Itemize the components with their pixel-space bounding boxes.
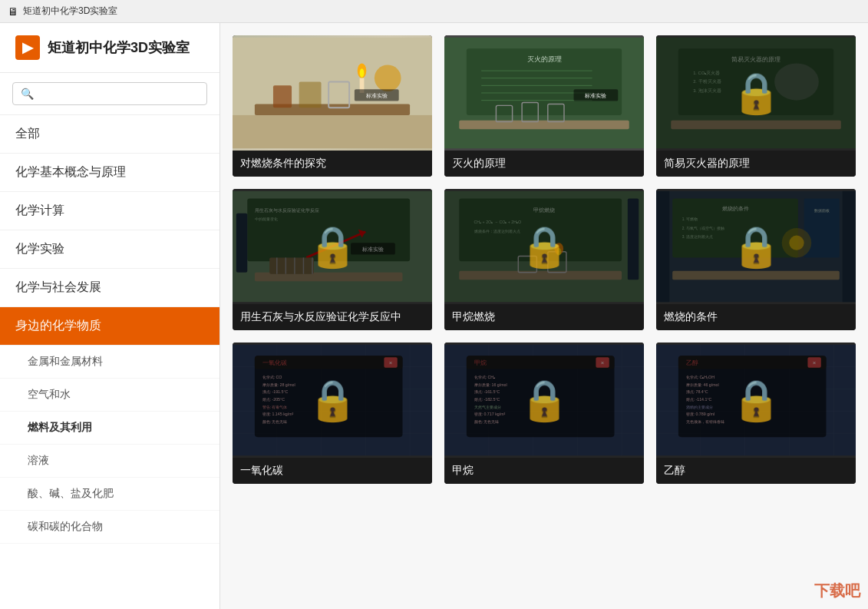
lock-icon-9: 🔒 <box>731 377 781 424</box>
card-title-8: 甲烷 <box>444 458 644 484</box>
lock-icon-6: 🔒 <box>731 223 781 270</box>
lock-icon-7: 🔒 <box>308 377 358 424</box>
lock-icon-5: 🔒 <box>520 223 569 270</box>
sidebar-sub-acid[interactable]: 酸、碱、盐及化肥 <box>0 478 219 511</box>
card-extinguisher[interactable]: 简易灭火器的原理 1. CO₂灭火器 2. 干粉灭火器 3. 泡沫灭火器 🔒 <box>656 35 856 177</box>
brand-title: 矩道初中化学3D实验室 <box>48 38 190 57</box>
card-combustion[interactable]: 标准实验 对燃烧条件的探究 <box>233 35 432 177</box>
svg-rect-22 <box>522 103 538 122</box>
main-container: ▶ 矩道初中化学3D实验室 🔍 全部 化学基本概念与原理 化学计算 化学实验 化… <box>0 23 868 609</box>
card-thumb-3: 简易灭火器的原理 1. CO₂灭火器 2. 干粉灭火器 3. 泡沫灭火器 🔒 <box>656 35 856 151</box>
sidebar-item-society[interactable]: 化学与社会发展 <box>0 269 219 307</box>
card-thumb-6: 燃烧的条件 1. 可燃物 2. 与氧气（或空气）接触 3. 温度达到着火点 数据… <box>656 189 856 304</box>
svg-rect-23 <box>548 104 564 121</box>
lock-icon-3: 🔒 <box>731 70 781 117</box>
card-title-3: 简易灭火器的原理 <box>656 151 856 177</box>
svg-rect-21 <box>496 105 512 121</box>
card-thumb-4: 用生石灰与水反应验证化学反应 中的能量变化 <box>233 189 432 304</box>
lock-overlay-7: 🔒 <box>233 343 432 458</box>
sidebar-item-all[interactable]: 全部 <box>0 115 219 154</box>
card-ethanol[interactable]: 乙醇 × 化学式: C₂H₅OH 摩尔质量: 46 g/mol 沸点: 78.4… <box>656 343 856 484</box>
svg-rect-3 <box>273 85 292 108</box>
card-methane2[interactable]: 甲烷 × 化学式: CH₄ 摩尔质量: 16 g/mol 沸点: -161.5°… <box>444 343 644 484</box>
lock-overlay-4: 🔒 <box>233 189 432 304</box>
card-title-4: 用生石灰与水反应验证化学反应中 <box>233 304 432 330</box>
card-title-6: 燃烧的条件 <box>656 304 856 330</box>
sidebar-sub-carbon[interactable]: 碳和碳的化合物 <box>0 511 219 544</box>
card-title-1: 对燃烧条件的探究 <box>233 151 432 177</box>
sidebar-sub-fuel[interactable]: 燃料及其利用 <box>0 412 219 445</box>
title-bar: 🖥 矩道初中化学3D实验室 <box>0 0 868 23</box>
content-area: 标准实验 对燃烧条件的探究 灭火的原理 <box>220 23 868 609</box>
card-extinguish[interactable]: 灭火的原理 <box>444 35 644 177</box>
card-quicklime[interactable]: 用生石灰与水反应验证化学反应 中的能量变化 <box>233 189 432 330</box>
search-bar: 🔍 <box>0 73 219 115</box>
search-input[interactable] <box>38 88 199 100</box>
svg-rect-5 <box>328 82 349 108</box>
card-title-2: 灭火的原理 <box>444 151 644 177</box>
scene-svg-2: 灭火的原理 <box>444 35 644 151</box>
lock-overlay-8: 🔒 <box>444 343 644 458</box>
search-input-wrap[interactable]: 🔍 <box>12 82 207 105</box>
sidebar-item-basic[interactable]: 化学基本概念与原理 <box>0 154 219 192</box>
lock-icon-4: 🔒 <box>308 223 358 270</box>
svg-text:灭火的原理: 灭火的原理 <box>527 55 562 63</box>
card-methane[interactable]: 甲烷燃烧 CH₄ + 2O₂ → CO₂ + 2H₂O 燃烧条件：温度达到着火点 <box>444 189 644 330</box>
sidebar-sub-air[interactable]: 空气和水 <box>0 379 219 412</box>
card-thumb-8: 甲烷 × 化学式: CH₄ 摩尔质量: 16 g/mol 沸点: -161.5°… <box>444 343 644 458</box>
card-thumb-2: 灭火的原理 <box>444 35 644 151</box>
sidebar-sub-metal[interactable]: 金属和金属材料 <box>0 346 219 379</box>
card-thumb-9: 乙醇 × 化学式: C₂H₅OH 摩尔质量: 46 g/mol 沸点: 78.4… <box>656 343 856 458</box>
lock-overlay-3: 🔒 <box>656 35 856 151</box>
card-grid: 标准实验 对燃烧条件的探究 灭火的原理 <box>233 35 856 484</box>
nav-list: 全部 化学基本概念与原理 化学计算 化学实验 化学与社会发展 身边的化学物质 金… <box>0 115 219 609</box>
lock-overlay-9: 🔒 <box>656 343 856 458</box>
svg-point-9 <box>375 65 401 91</box>
sidebar-sub-solution[interactable]: 溶液 <box>0 445 219 478</box>
card-combustion-cond[interactable]: 燃烧的条件 1. 可燃物 2. 与氧气（或空气）接触 3. 温度达到着火点 数据… <box>656 189 856 330</box>
search-icon: 🔍 <box>21 88 34 100</box>
lock-icon-8: 🔒 <box>520 377 569 424</box>
sidebar-item-exp[interactable]: 化学实验 <box>0 230 219 269</box>
card-thumb-5: 甲烷燃烧 CH₄ + 2O₂ → CO₂ + 2H₂O 燃烧条件：温度达到着火点 <box>444 189 644 304</box>
svg-text:标准实验: 标准实验 <box>584 93 606 98</box>
lock-overlay-5: 🔒 <box>444 189 644 304</box>
svg-rect-20 <box>459 121 629 130</box>
svg-point-7 <box>360 68 365 78</box>
sidebar-header: ▶ 矩道初中化学3D实验室 <box>0 23 219 73</box>
scene-svg-1: 标准实验 <box>233 35 432 151</box>
sidebar-item-calc[interactable]: 化学计算 <box>0 192 219 230</box>
svg-rect-1 <box>233 115 432 148</box>
card-title-7: 一氧化碳 <box>233 458 432 484</box>
lock-overlay-6: 🔒 <box>656 189 856 304</box>
svg-rect-4 <box>299 82 322 108</box>
svg-text:标准实验: 标准实验 <box>365 93 388 98</box>
card-thumb-7: 一氧化碳 × 化学式: CO 摩尔质量: 28 g/mol 沸点: -191.5… <box>233 343 432 458</box>
title-icon: 🖥 <box>8 5 18 18</box>
watermark: 下载吧 <box>814 581 860 601</box>
card-thumb-1: 标准实验 <box>233 35 432 151</box>
window-title: 矩道初中化学3D实验室 <box>23 5 117 18</box>
sidebar-item-nearby[interactable]: 身边的化学物质 <box>0 307 219 346</box>
brand-icon: ▶ <box>15 35 40 60</box>
card-co[interactable]: 一氧化碳 × 化学式: CO 摩尔质量: 28 g/mol 沸点: -191.5… <box>233 343 432 484</box>
card-title-5: 甲烷燃烧 <box>444 304 644 330</box>
card-title-9: 乙醇 <box>656 458 856 484</box>
sidebar: ▶ 矩道初中化学3D实验室 🔍 全部 化学基本概念与原理 化学计算 化学实验 化… <box>0 23 220 609</box>
